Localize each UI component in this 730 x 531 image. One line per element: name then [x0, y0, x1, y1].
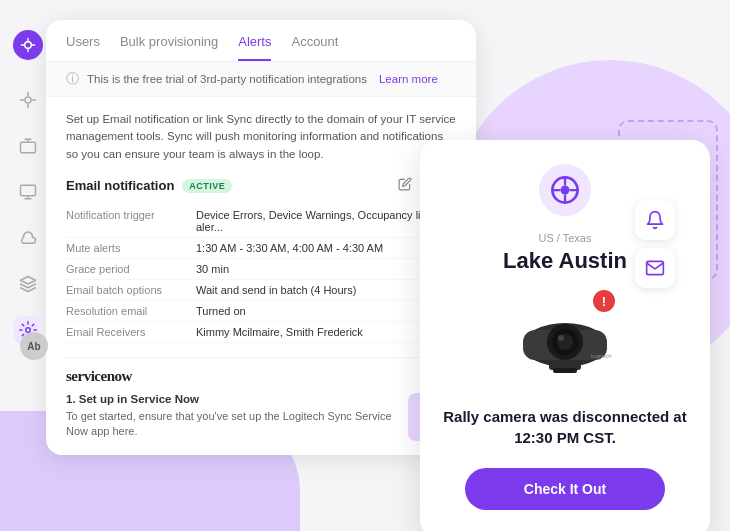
notification-settings-table: Notification trigger Device Errors, Devi… — [66, 205, 456, 343]
row-label: Mute alerts — [66, 242, 196, 254]
email-notification-label: Email notification — [66, 178, 174, 193]
sidebar-item-devices[interactable] — [14, 132, 42, 160]
active-badge: ACTIVE — [182, 179, 232, 193]
servicenow-section: servicenow 1. Set up in Service Now To g… — [66, 357, 456, 441]
tabs-header: Users Bulk provisioning Alerts Account — [46, 20, 476, 62]
description-text: Set up Email notification or link Sync d… — [66, 111, 456, 163]
svg-point-1 — [25, 97, 31, 103]
servicenow-logo: servicenow — [66, 368, 456, 385]
svg-rect-14 — [553, 368, 577, 373]
servicenow-row: 1. Set up in Service Now To get started,… — [66, 393, 456, 441]
row-label: Email Receivers — [66, 326, 196, 338]
tab-account[interactable]: Account — [291, 34, 338, 61]
svg-text:logitech: logitech — [591, 353, 612, 359]
table-row: Resolution email Turned on — [66, 301, 456, 322]
sidebar-item-monitor[interactable] — [14, 178, 42, 206]
mini-icons-panel — [635, 200, 675, 288]
servicenow-step: 1. Set up in Service Now — [66, 393, 396, 405]
alert-card-logo — [539, 164, 591, 216]
check-it-out-button[interactable]: Check It Out — [465, 468, 665, 510]
alert-card: US / Texas Lake Austin logitech ! Rally … — [420, 140, 710, 531]
table-row: Email batch options Wait and send in bat… — [66, 280, 456, 301]
tab-bulk[interactable]: Bulk provisioning — [120, 34, 218, 61]
sidebar-item-alerts[interactable] — [14, 270, 42, 298]
servicenow-content: 1. Set up in Service Now To get started,… — [66, 393, 396, 441]
email-section-header: Email notification ACTIVE — [66, 177, 456, 195]
table-row: Grace period 30 min — [66, 259, 456, 280]
info-icon: ⓘ — [66, 70, 79, 88]
trial-banner: ⓘ This is the free trial of 3rd-party no… — [46, 62, 476, 97]
sidebar: Ab — [10, 20, 46, 440]
sidebar-item-home[interactable] — [14, 86, 42, 114]
table-row: Notification trigger Device Errors, Devi… — [66, 205, 456, 238]
tab-alerts[interactable]: Alerts — [238, 34, 271, 61]
app-logo[interactable] — [13, 30, 43, 60]
row-value: Device Errors, Device Warnings, Occupanc… — [196, 209, 456, 233]
tabs-container: Users Bulk provisioning Alerts Account — [66, 34, 456, 61]
table-row: Mute alerts 1:30 AM - 3:30 AM, 4:00 AM -… — [66, 238, 456, 259]
email-icon-box[interactable] — [635, 248, 675, 288]
row-label: Resolution email — [66, 305, 196, 317]
main-content: Set up Email notification or link Sync d… — [46, 97, 476, 455]
svg-point-12 — [558, 335, 564, 341]
svg-rect-3 — [21, 185, 36, 196]
tab-users[interactable]: Users — [66, 34, 100, 61]
app-panel: Users Bulk provisioning Alerts Account ⓘ… — [46, 20, 476, 455]
row-value: 1:30 AM - 3:30 AM, 4:00 AM - 4:30 AM — [196, 242, 383, 254]
avatar[interactable]: Ab — [20, 332, 48, 360]
row-label: Email batch options — [66, 284, 196, 296]
section-title-row: Email notification ACTIVE — [66, 178, 232, 193]
camera-container: logitech ! — [505, 290, 625, 390]
row-value: 30 min — [196, 263, 229, 275]
svg-rect-2 — [21, 142, 36, 153]
row-label: Grace period — [66, 263, 196, 275]
row-label: Notification trigger — [66, 209, 196, 233]
svg-point-0 — [25, 42, 32, 49]
row-value: Turned on — [196, 305, 246, 317]
row-value: Kimmy Mcilmaire, Smith Frederick — [196, 326, 363, 338]
servicenow-description: To get started, ensure that you've set u… — [66, 409, 396, 440]
row-value: Wait and send in batch (4 Hours) — [196, 284, 356, 296]
learn-more-link[interactable]: Learn more — [379, 73, 438, 85]
sidebar-item-cloud[interactable] — [14, 224, 42, 252]
table-row: Email Receivers Kimmy Mcilmaire, Smith F… — [66, 322, 456, 343]
edit-icon[interactable] — [398, 177, 412, 194]
bell-icon-box[interactable] — [635, 200, 675, 240]
alert-badge-icon: ! — [593, 290, 615, 312]
svg-point-6 — [561, 186, 570, 195]
alert-message: Rally camera was disconnected at 12:30 P… — [440, 406, 690, 448]
